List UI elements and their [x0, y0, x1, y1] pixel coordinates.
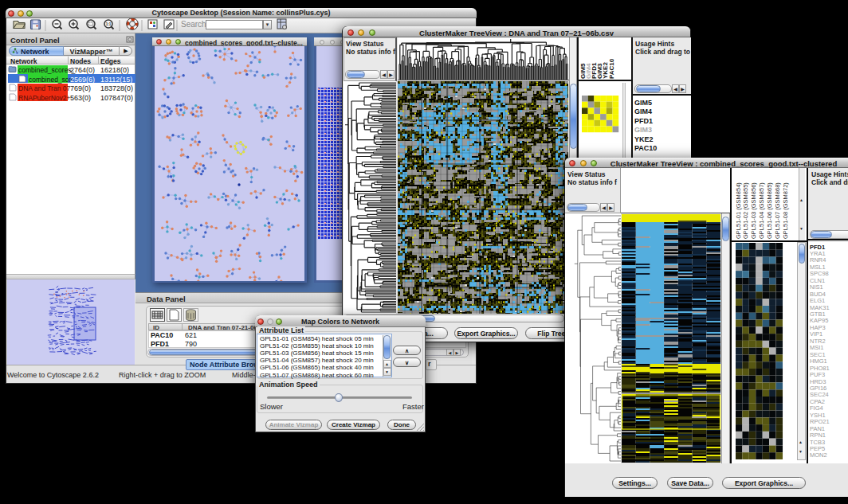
svg-text:1:1: 1:1	[106, 22, 112, 26]
